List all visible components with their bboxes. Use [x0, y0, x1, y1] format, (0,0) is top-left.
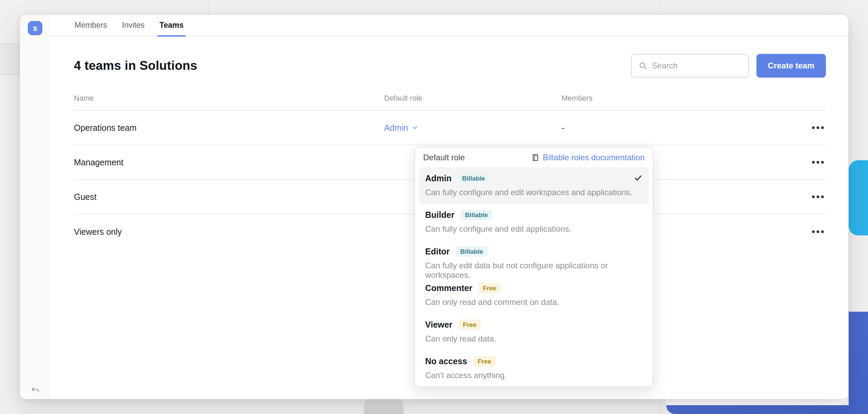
- role-option[interactable]: Admin Billable Can fully configure and e…: [419, 167, 649, 204]
- dropdown-title: Default role: [423, 153, 465, 162]
- role-badge: Billable: [456, 246, 488, 257]
- column-header-role: Default role: [384, 94, 561, 103]
- team-name: Guest: [74, 192, 384, 202]
- workspace-avatar[interactable]: s: [28, 21, 42, 35]
- column-header-members: Members: [561, 94, 785, 103]
- role-option-name: Builder: [425, 210, 454, 220]
- background-blue-frame-right: [849, 312, 868, 414]
- role-badge: Free: [458, 319, 481, 330]
- default-role-dropdown: Default role Billable roles documentatio…: [414, 147, 653, 387]
- role-option[interactable]: Viewer Free Can only read data.: [419, 314, 649, 350]
- chevron-down-icon: [412, 124, 418, 131]
- table-row[interactable]: Operations team Admin - •••: [74, 111, 826, 145]
- role-badge: Billable: [458, 173, 490, 184]
- role-badge: Free: [478, 283, 501, 293]
- page-header: 4 teams in Solutions Create team: [74, 54, 826, 78]
- role-option-description: Can only read data.: [425, 334, 643, 344]
- row-more-button[interactable]: •••: [811, 192, 826, 201]
- back-arrow-icon: [31, 386, 40, 394]
- role-option-name: Commenter: [425, 283, 472, 293]
- back-button[interactable]: [30, 386, 41, 395]
- header-actions: Create team: [631, 54, 826, 78]
- role-option-name: Viewer: [425, 320, 452, 330]
- dropdown-header: Default role Billable roles documentatio…: [415, 148, 653, 167]
- row-more-button[interactable]: •••: [811, 227, 826, 236]
- column-header-name: Name: [74, 94, 384, 103]
- role-option-description: Can only read and comment on data.: [425, 297, 643, 307]
- role-option[interactable]: Commenter Free Can only read and comment…: [419, 277, 649, 314]
- role-option[interactable]: Builder Billable Can fully configure and…: [419, 204, 649, 241]
- book-icon: [531, 153, 539, 162]
- row-more-button[interactable]: •••: [811, 123, 826, 132]
- modal-sidebar: s: [20, 15, 50, 399]
- team-name: Operations team: [74, 123, 384, 133]
- table-header: Name Default role Members: [74, 94, 826, 111]
- role-option-name: Admin: [425, 173, 452, 183]
- search-box[interactable]: [631, 54, 749, 78]
- background-divider: [660, 399, 660, 414]
- background-divider: [209, 0, 209, 15]
- tab-invites[interactable]: Invites: [121, 15, 145, 36]
- role-option-description: Can fully configure and edit application…: [425, 224, 643, 234]
- tab-members[interactable]: Members: [74, 15, 108, 36]
- check-icon: [634, 173, 643, 184]
- role-option[interactable]: No access Free Can't access anything.: [419, 350, 649, 387]
- role-option-description: Can't access anything.: [425, 371, 643, 380]
- doc-link-label: Billable roles documentation: [543, 153, 645, 162]
- tab-teams[interactable]: Teams: [159, 15, 184, 36]
- background-cyan-shape: [849, 160, 868, 235]
- billable-roles-doc-link[interactable]: Billable roles documentation: [531, 153, 645, 162]
- teams-settings-modal: s Members Invites Teams 4 teams in Solut…: [20, 15, 848, 399]
- role-options-list: Admin Billable Can fully configure and e…: [415, 167, 653, 387]
- role-option[interactable]: Editor Billable Can fully edit data but …: [419, 241, 649, 277]
- search-input[interactable]: [652, 61, 742, 70]
- background-divider: [659, 0, 659, 15]
- role-badge: Free: [473, 356, 496, 367]
- role-option-description: Can fully configure and edit workspaces …: [425, 188, 643, 197]
- role-dropdown-trigger[interactable]: Admin: [384, 123, 418, 133]
- role-badge: Billable: [460, 210, 492, 220]
- row-more-button[interactable]: •••: [811, 158, 826, 167]
- search-icon: [638, 61, 647, 70]
- members-count: -: [561, 123, 785, 133]
- modal-content: Members Invites Teams 4 teams in Solutio…: [50, 15, 848, 399]
- role-option-name: Editor: [425, 247, 450, 256]
- page-title: 4 teams in Solutions: [74, 59, 197, 73]
- background-panel: [0, 43, 21, 75]
- team-name: Viewers only: [74, 227, 384, 237]
- team-name: Management: [74, 158, 384, 167]
- background-blue-frame-bottom: [666, 405, 868, 414]
- create-team-button[interactable]: Create team: [756, 54, 826, 78]
- background-notch: [364, 399, 403, 414]
- tab-bar: Members Invites Teams: [50, 15, 848, 36]
- role-option-name: No access: [425, 356, 467, 366]
- role-value: Admin: [384, 123, 408, 133]
